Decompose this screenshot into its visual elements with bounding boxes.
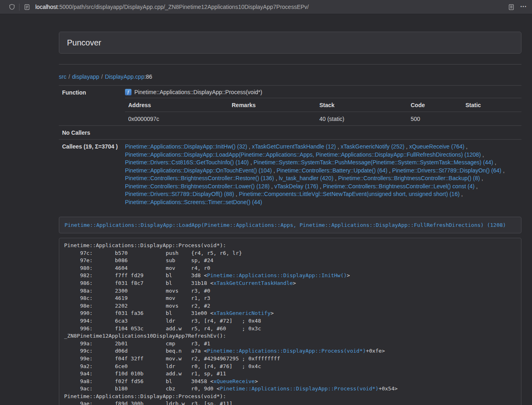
function-title: ƒ Pinetime::Applications::DisplayApp::Pr… <box>125 89 521 95</box>
url-host: localhost <box>35 4 58 10</box>
overflow-menu-icon[interactable]: ⋯ <box>517 0 530 14</box>
callee-separator: , <box>405 143 409 150</box>
function-icon: ƒ <box>125 89 131 95</box>
callee-separator: , <box>247 143 252 150</box>
disassembly: Pinetime::Applications::DisplayApp::Proc… <box>59 238 521 405</box>
code-line: Pinetime::Applications::DisplayApp::Proc… <box>64 242 516 250</box>
code-line: 98c: 4619 mov r1, r3 <box>64 295 516 302</box>
callee-link[interactable]: Pinetime::Controllers::BrightnessControl… <box>125 183 269 190</box>
code-line: 97e: b086 sub sp, #24 <box>64 257 516 265</box>
detail-header-row: Address Remarks Stack Code Static <box>125 98 521 112</box>
symbol-detail-table: Address Remarks Stack Code Static 0x0000… <box>125 98 521 125</box>
code-symbol-link[interactable]: xQueueReceive <box>213 378 255 384</box>
page-content: Puncover src/displayapp/DisplayApp.cpp:8… <box>59 32 521 405</box>
highlighted-symbol-link[interactable]: Pinetime::Applications::DisplayApp::Load… <box>65 222 506 228</box>
callee-separator: , <box>481 151 484 158</box>
breadcrumb-separator: / <box>69 73 70 80</box>
callee-separator: , <box>269 183 274 190</box>
app-title: Puncover <box>67 38 513 47</box>
code-line: Pinetime::Applications::DisplayApp::Proc… <box>64 393 516 401</box>
breadcrumb-separator: / <box>101 73 103 80</box>
callee-link[interactable]: Pinetime::Controllers::BrightnessControl… <box>338 175 480 181</box>
code-symbol-link[interactable]: Pinetime::Applications::DisplayApp::Proc… <box>207 348 366 354</box>
code-symbol-link[interactable]: Pinetime::Applications::DisplayApp::Init… <box>207 272 347 278</box>
callee-link[interactable]: Pinetime::Drivers::St7789::DisplayOn() (… <box>392 167 501 174</box>
callee-link[interactable]: Pinetime::Drivers::St7789::DisplayOff() … <box>125 191 234 197</box>
function-label: Function <box>59 86 122 126</box>
callees-label: Callees (19, Σ=3704 ) <box>59 140 122 210</box>
toolbar-divider <box>19 4 19 11</box>
tracking-shield-icon[interactable] <box>6 0 18 14</box>
breadcrumb: src/displayapp/DisplayApp.cpp:86 <box>59 73 521 81</box>
url-path: :5000/path/src/displayapp/DisplayApp.cpp… <box>58 4 309 10</box>
code-line: 9a2: 6ce0 ldr r0, [r4, #76] ; 0x4c <box>64 363 516 371</box>
address-value: 0x0000097c <box>125 112 228 126</box>
callee-link[interactable]: Pinetime::Components::LittleVgl::SetNewT… <box>239 191 460 197</box>
callee-link[interactable]: Pinetime::Controllers::Battery::Update()… <box>277 167 388 174</box>
no-callers-cell <box>122 126 521 140</box>
callee-link[interactable]: Pinetime::Applications::Screens::Timer::… <box>125 199 262 205</box>
no-callers-label: No Callers <box>59 126 122 140</box>
callee-link[interactable]: Pinetime::Drivers::Cst816S::GetTouchInfo… <box>125 159 249 166</box>
breadcrumb-link-file[interactable]: DisplayApp.cpp <box>105 73 144 80</box>
code-line: 99e: f04f 32ff mov.w r2, #4294967295 ; 0… <box>64 355 516 363</box>
code-line: 97c: b570 push {r4, r5, r6, lr} <box>64 250 516 257</box>
function-name: Pinetime::Applications::DisplayApp::Proc… <box>134 89 262 95</box>
breadcrumb-line-number: :86 <box>144 73 152 80</box>
callee-link[interactable]: xTaskGenericNotify (252) <box>340 143 404 150</box>
url-bar[interactable]: localhost:5000/path/src/displayapp/Displ… <box>35 4 505 10</box>
callee-separator: , <box>318 183 323 190</box>
callee-separator: , <box>274 175 279 181</box>
callee-link[interactable]: Pinetime::System::SystemTask::PushMessag… <box>254 159 493 166</box>
callee-separator: , <box>388 167 392 174</box>
code-symbol-link[interactable]: Pinetime::Applications::DisplayApp::Proc… <box>220 386 379 392</box>
code-line: 982: f7ff fd29 bl 3d8 <Pinetime::Applica… <box>64 272 516 280</box>
callees-row: Callees (19, Σ=3704 ) Pinetime::Applicat… <box>59 140 521 210</box>
breadcrumb-link-src[interactable]: src <box>59 73 67 80</box>
highlighted-symbol-box: Pinetime::Applications::DisplayApp::Load… <box>59 217 521 233</box>
page-identity-icon[interactable] <box>21 0 33 14</box>
reader-view-icon[interactable] <box>505 0 517 14</box>
code-line: 9a8: f02f fd56 bl 30458 <xQueueReceive> <box>64 378 516 386</box>
callee-separator: , <box>502 167 505 174</box>
callee-link[interactable]: Pinetime::Applications::DisplayApp::Init… <box>125 143 247 150</box>
callee-separator: , <box>460 191 463 197</box>
section-divider <box>59 64 521 65</box>
callee-link[interactable]: lv_task_handler (420) <box>279 175 334 181</box>
remarks-value <box>228 112 316 126</box>
browser-toolbar: localhost:5000/path/src/displayapp/Displ… <box>0 0 532 14</box>
callee-link[interactable]: xQueueReceive (764) <box>409 143 464 150</box>
code-line: 980: 4604 mov r4, r0 <box>64 265 516 272</box>
function-row: Function ƒ Pinetime::Applications::Displ… <box>59 86 521 126</box>
callee-separator: , <box>336 143 341 150</box>
callee-link[interactable]: Pinetime::Controllers::BrightnessControl… <box>125 175 274 181</box>
callee-separator: , <box>272 167 277 174</box>
code-size-value: 500 <box>407 112 462 126</box>
callee-link[interactable]: Pinetime::Applications::DisplayApp::Load… <box>125 151 481 158</box>
column-stack: Stack <box>316 98 407 112</box>
column-address: Address <box>125 98 228 112</box>
callee-separator: , <box>249 159 254 166</box>
column-static: Static <box>462 98 521 112</box>
callee-link[interactable]: vTaskDelay (176) <box>274 183 318 190</box>
code-line: 99c: d06d beq.n a7a <Pinetime::Applicati… <box>64 347 516 355</box>
app-header-panel: Puncover <box>59 32 521 54</box>
code-line: _ZN8Pinetime12Applications10DisplayApp7R… <box>64 332 516 340</box>
code-line: 990: f031 fa36 bl 31e00 <xTaskGenericNot… <box>64 310 516 317</box>
code-line: 9ae: f89d 300b ldrb.w r3, [sp, #11] <box>64 400 516 405</box>
function-cell: ƒ Pinetime::Applications::DisplayApp::Pr… <box>122 86 521 126</box>
code-line: 98a: 2300 movs r3, #0 <box>64 287 516 295</box>
code-symbol-link[interactable]: xTaskGetCurrentTaskHandle <box>213 280 293 286</box>
breadcrumb-link-displayapp[interactable]: displayapp <box>72 73 99 80</box>
callee-link[interactable]: xTaskGetCurrentTaskHandle (12) <box>252 143 336 150</box>
code-line: 994: 6ca3 ldr r3, [r4, #72] ; 0x48 <box>64 317 516 325</box>
callee-link[interactable]: Pinetime::Applications::DisplayApp::OnTo… <box>125 167 272 174</box>
callees-list: Pinetime::Applications::DisplayApp::Init… <box>122 140 521 210</box>
code-line: 9ac: b180 cbz r0, 9d0 <Pinetime::Applica… <box>64 385 516 393</box>
code-line: 99a: 2b01 cmp r3, #1 <box>64 340 516 348</box>
code-symbol-link[interactable]: xTaskGenericNotify <box>213 310 271 316</box>
code-line: 986: f031 f8c7 bl 31b18 <xTaskGetCurrent… <box>64 280 516 287</box>
callee-separator: , <box>234 191 239 197</box>
callee-link[interactable]: Pinetime::Controllers::BrightnessControl… <box>323 183 474 190</box>
static-size-value <box>462 112 521 126</box>
